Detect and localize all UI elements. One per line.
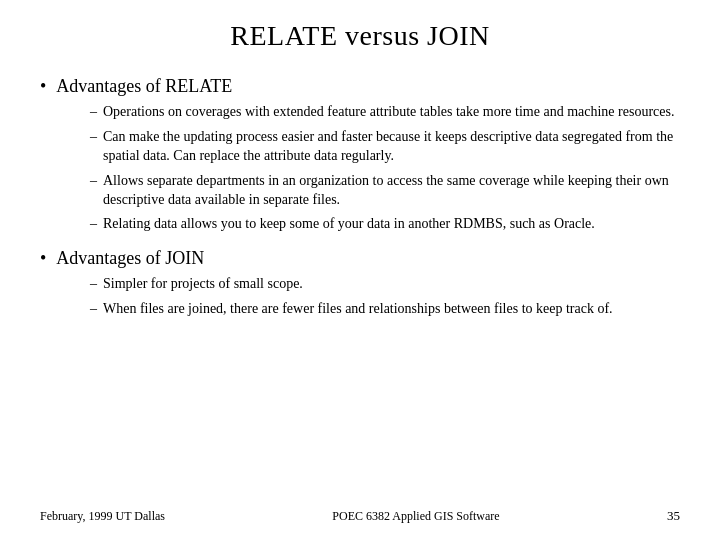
section-title-relate: Advantages of RELATE (56, 76, 232, 97)
page-number: 35 (667, 508, 680, 524)
list-item-text: Can make the updating process easier and… (103, 128, 680, 166)
footer-center: POEC 6382 Applied GIS Software (332, 509, 499, 524)
section-title-join: Advantages of JOIN (56, 248, 204, 269)
dash-icon: – (90, 128, 97, 166)
section-relate: •Advantages of RELATE–Operations on cove… (40, 76, 680, 234)
list-item: –Relating data allows you to keep some o… (90, 215, 680, 234)
list-item-text: When files are joined, there are fewer f… (103, 300, 680, 319)
section-header-join: •Advantages of JOIN (40, 248, 680, 269)
list-item-text: Operations on coverages with extended fe… (103, 103, 680, 122)
list-item-text: Simpler for projects of small scope. (103, 275, 680, 294)
section-header-relate: •Advantages of RELATE (40, 76, 680, 97)
dash-icon: – (90, 275, 97, 294)
dash-icon: – (90, 215, 97, 234)
dash-icon: – (90, 300, 97, 319)
list-item: –Allows separate departments in an organ… (90, 172, 680, 210)
list-item: –Simpler for projects of small scope. (90, 275, 680, 294)
list-item: –Can make the updating process easier an… (90, 128, 680, 166)
list-item: –When files are joined, there are fewer … (90, 300, 680, 319)
list-item: –Operations on coverages with extended f… (90, 103, 680, 122)
sub-items-join: –Simpler for projects of small scope.–Wh… (90, 275, 680, 319)
slide: RELATE versus JOIN •Advantages of RELATE… (0, 0, 720, 540)
dash-icon: – (90, 103, 97, 122)
bullet-relate: • (40, 77, 46, 95)
footer-left: February, 1999 UT Dallas (40, 509, 165, 524)
section-join: •Advantages of JOIN–Simpler for projects… (40, 248, 680, 319)
bullet-join: • (40, 249, 46, 267)
dash-icon: – (90, 172, 97, 210)
list-item-text: Relating data allows you to keep some of… (103, 215, 680, 234)
slide-title: RELATE versus JOIN (40, 20, 680, 52)
sub-items-relate: –Operations on coverages with extended f… (90, 103, 680, 234)
list-item-text: Allows separate departments in an organi… (103, 172, 680, 210)
footer: February, 1999 UT Dallas POEC 6382 Appli… (40, 508, 680, 524)
